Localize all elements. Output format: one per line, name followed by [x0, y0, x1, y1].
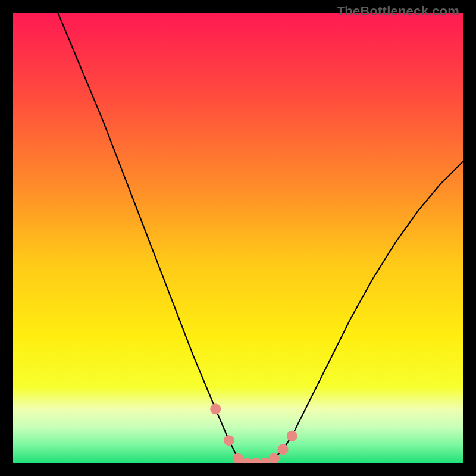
bottleneck-chart [13, 13, 463, 463]
highlight-marker [287, 431, 298, 441]
gradient-background [13, 13, 463, 463]
highlight-marker [210, 403, 221, 414]
watermark-link[interactable]: TheBottleneck.com [337, 4, 459, 19]
highlight-marker [278, 444, 289, 455]
chart-frame: { "watermark": "TheBottleneck.com", "gra… [0, 0, 476, 476]
highlight-marker [224, 435, 234, 446]
